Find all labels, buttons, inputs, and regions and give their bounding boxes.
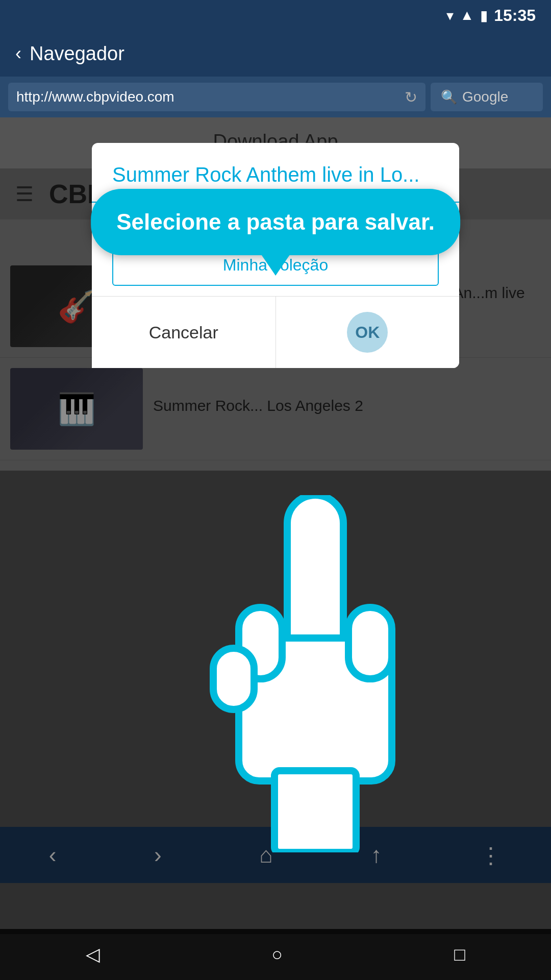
page: ▾ ▲ ▮ 15:35 ‹ Navegador http://www.cbpvi… bbox=[0, 0, 551, 980]
battery-icon: ▮ bbox=[480, 7, 488, 24]
ok-button[interactable]: OK bbox=[276, 297, 460, 368]
hand-cursor-icon bbox=[208, 495, 422, 852]
browser-area: Download App ☰ CBP video 🎸 The Greatest … bbox=[0, 117, 551, 934]
reload-icon[interactable]: ↻ bbox=[405, 88, 417, 106]
ok-circle: OK bbox=[347, 312, 388, 353]
url-input[interactable]: http://www.cbpvideo.com ↻ bbox=[8, 83, 425, 111]
url-bar: http://www.cbpvideo.com ↻ 🔍 Google bbox=[0, 77, 551, 117]
nav-bar: ‹ Navegador bbox=[0, 31, 551, 77]
tooltip-text: Selecione a pasta para salvar. bbox=[116, 209, 435, 234]
clock: 15:35 bbox=[494, 6, 536, 25]
search-text: Google bbox=[462, 89, 508, 105]
status-bar: ▾ ▲ ▮ 15:35 bbox=[0, 0, 551, 31]
android-back-button[interactable]: ◁ bbox=[86, 944, 100, 965]
nav-title: Navegador bbox=[30, 43, 124, 65]
wifi-icon: ▾ bbox=[446, 7, 454, 24]
search-box[interactable]: 🔍 Google bbox=[431, 83, 543, 111]
svg-rect-4 bbox=[213, 648, 254, 709]
dialog-buttons: Cancelar OK bbox=[92, 296, 459, 368]
status-icons: ▾ ▲ ▮ 15:35 bbox=[446, 6, 536, 25]
android-home-button[interactable]: ○ bbox=[271, 944, 283, 965]
url-text: http://www.cbpvideo.com bbox=[16, 89, 398, 105]
cancel-button[interactable]: Cancelar bbox=[92, 297, 276, 368]
ok-label: OK bbox=[355, 323, 380, 342]
android-recent-button[interactable]: □ bbox=[454, 944, 465, 965]
hand-cursor-container bbox=[208, 495, 422, 852]
search-icon: 🔍 bbox=[441, 89, 457, 105]
back-button[interactable]: ‹ bbox=[15, 43, 21, 64]
svg-rect-5 bbox=[274, 771, 356, 852]
tooltip-bubble: Selecione a pasta para salvar. bbox=[91, 189, 460, 255]
signal-icon: ▲ bbox=[460, 7, 474, 23]
android-nav: ◁ ○ □ bbox=[0, 929, 551, 980]
svg-rect-3 bbox=[348, 607, 392, 679]
